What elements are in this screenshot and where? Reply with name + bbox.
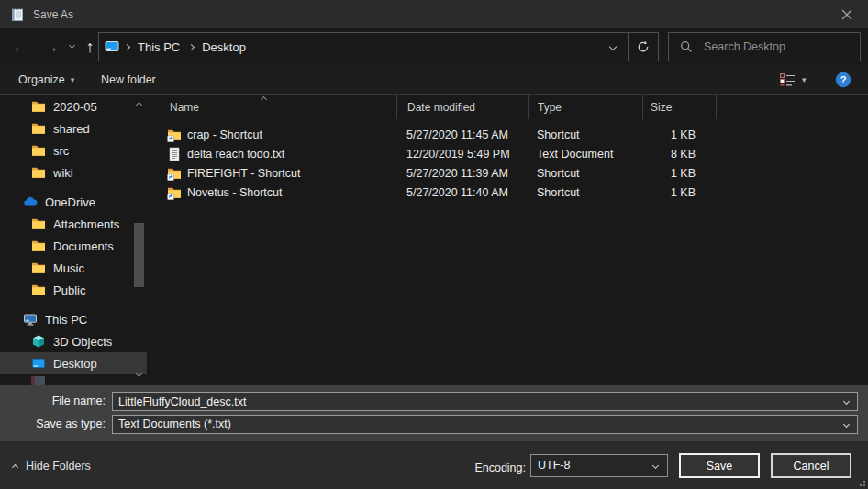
sidebar-item-public[interactable]: Public (0, 279, 147, 301)
folder-icon (31, 283, 46, 297)
chevron-up-icon (136, 101, 142, 107)
file-size-cell: 8 KB (642, 148, 716, 161)
folder-icon (31, 99, 46, 114)
file-row[interactable]: Novetus - Shortcut5/27/2020 11:40 AMShor… (147, 183, 868, 202)
save-button[interactable]: Save (679, 453, 760, 478)
refresh-icon (637, 40, 650, 53)
breadcrumb-desktop[interactable]: Desktop (198, 40, 250, 54)
column-header-date-modified[interactable]: Date modified (396, 95, 528, 119)
file-type-cell: Shortcut (528, 186, 642, 199)
sidebar-item-label: OneDrive (45, 195, 95, 209)
column-header-size[interactable]: Size (642, 95, 716, 119)
folder-icon (31, 261, 46, 275)
file-row[interactable]: FIREFIGHT - Shortcut5/27/2020 11:39 AMSh… (147, 163, 868, 183)
column-divider[interactable] (716, 95, 717, 119)
sidebar-item-2020-05[interactable]: 2020-05 (0, 95, 147, 117)
sidebar-item-shared[interactable]: shared (0, 117, 147, 139)
refresh-button[interactable] (629, 33, 658, 61)
onedrive-icon (23, 194, 38, 209)
file-type-cell: Shortcut (528, 128, 642, 141)
hide-folders-label: Hide Folders (26, 460, 91, 472)
chevron-down-icon (136, 370, 142, 376)
organize-button[interactable]: Organize ▾ (18, 65, 74, 94)
save-as-type-value: Text Documents (*.txt) (118, 417, 231, 430)
sidebar-item-partial[interactable] (31, 376, 45, 385)
column-header-name[interactable]: Name (147, 95, 396, 119)
file-size-cell: 1 KB (642, 186, 716, 199)
sidebar-item-3d-objects[interactable]: 3D Objects (0, 330, 147, 352)
chevron-up-icon (12, 464, 18, 471)
this-pc-icon (105, 39, 119, 54)
resize-grip[interactable] (857, 478, 865, 486)
change-view-button[interactable] (780, 65, 796, 94)
folder-icon (31, 121, 46, 136)
sidebar-item-music[interactable]: Music (0, 257, 147, 279)
recent-locations-button[interactable] (64, 28, 79, 65)
file-size-cell: 1 KB (642, 167, 716, 180)
view-dropdown-button[interactable]: ▾ (802, 65, 807, 94)
file-row[interactable]: crap - Shortcut5/27/2020 11:45 AMShortcu… (147, 125, 868, 144)
save-as-dialog: Save As ← → ↑ This PC Desktop (0, 0, 868, 489)
file-name-input[interactable] (113, 394, 833, 411)
forward-button[interactable]: → (39, 28, 64, 65)
sidebar-item-label: shared (53, 122, 90, 136)
address-dropdown-button[interactable] (598, 33, 628, 61)
scrollbar-thumb[interactable] (134, 223, 144, 287)
save-as-type-combobox[interactable]: Text Documents (*.txt) (112, 415, 858, 434)
shortcut-folder-icon (167, 166, 182, 181)
back-button[interactable]: ← (7, 28, 33, 65)
column-header-type[interactable]: Type (528, 95, 642, 119)
scroll-up-button[interactable] (131, 97, 147, 112)
organize-label: Organize (18, 73, 65, 86)
notepad-icon (10, 7, 25, 22)
file-name-text: Novetus - Shortcut (187, 186, 283, 199)
text-document-icon (167, 147, 182, 161)
sidebar-item-label: This PC (45, 313, 87, 327)
sidebar-item-label: Music (53, 261, 84, 275)
chevron-right-icon (123, 43, 129, 50)
scroll-down-button[interactable] (131, 367, 147, 382)
file-name-cell: Novetus - Shortcut (147, 185, 396, 200)
hide-folders-button[interactable]: Hide Folders (13, 460, 91, 472)
content-area: 2020-05sharedsrcwikiOneDriveAttachmentsD… (0, 95, 868, 385)
breadcrumb-chevron[interactable] (184, 45, 198, 50)
footer-band: Hide Folders Encoding: UTF-8 Save Cancel (0, 441, 868, 489)
sidebar-item-label: src (53, 144, 69, 158)
sidebar-item-src[interactable]: src (0, 139, 147, 161)
encoding-combobox[interactable]: UTF-8 (530, 454, 668, 477)
sidebar-item-wiki[interactable]: wiki (0, 161, 147, 183)
file-name-cell: delta reach todo.txt (147, 147, 396, 161)
breadcrumb-this-pc[interactable]: This PC (134, 40, 184, 54)
sidebar-item-this-pc[interactable]: This PC (0, 308, 147, 330)
file-size-cell: 1 KB (642, 128, 716, 141)
navigation-bar: ← → ↑ This PC Desktop (0, 28, 868, 65)
chevron-down-icon (652, 462, 659, 469)
file-name-label: File name: (0, 392, 112, 411)
breadcrumb-chevron[interactable] (119, 45, 134, 50)
sidebar-item-label: Desktop (53, 357, 97, 371)
new-folder-button[interactable]: New folder (101, 65, 156, 94)
sidebar-item-attachments[interactable]: Attachments (0, 213, 147, 235)
file-date-cell: 12/20/2019 5:49 PM (396, 148, 528, 161)
filename-band: File name: Save as type: Text Documents … (0, 385, 868, 441)
file-name-combobox[interactable] (112, 392, 858, 411)
sidebar-item-documents[interactable]: Documents (0, 235, 147, 257)
search-input[interactable] (702, 39, 840, 54)
help-button[interactable]: ? (835, 65, 851, 94)
breadcrumb: This PC Desktop (98, 32, 659, 61)
file-rows: crap - Shortcut5/27/2020 11:45 AMShortcu… (147, 125, 868, 202)
cancel-button[interactable]: Cancel (771, 453, 851, 478)
sidebar-item-desktop[interactable]: Desktop (0, 352, 147, 374)
search-icon (680, 40, 693, 53)
new-folder-label: New folder (101, 73, 156, 86)
sidebar-item-onedrive[interactable]: OneDrive (0, 191, 147, 213)
sidebar-scrollbar[interactable] (131, 95, 147, 385)
help-icon: ? (835, 72, 851, 88)
file-row[interactable]: delta reach todo.txt12/20/2019 5:49 PMTe… (147, 144, 868, 163)
chevron-right-icon (188, 43, 195, 50)
search-box[interactable] (668, 32, 861, 61)
save-as-type-label: Save as type: (0, 415, 112, 434)
file-date-cell: 5/27/2020 11:39 AM (396, 167, 528, 180)
close-button[interactable] (826, 0, 868, 28)
command-toolbar: Organize ▾ New folder ▾ ? (0, 65, 868, 95)
